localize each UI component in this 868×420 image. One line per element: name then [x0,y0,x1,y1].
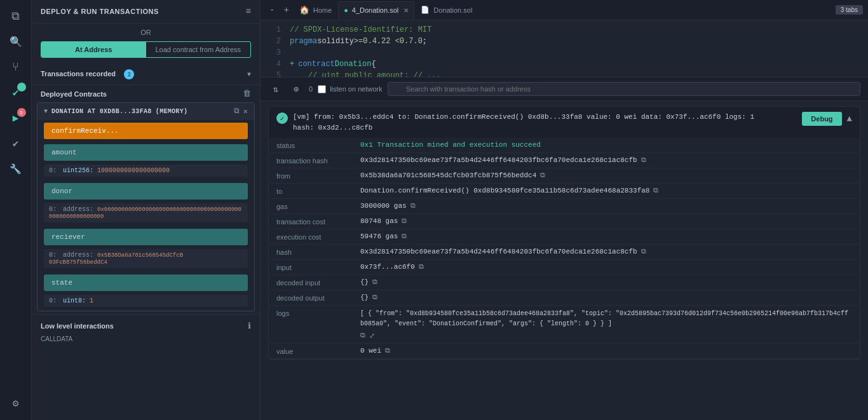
logs-actions: ⧉ ⤢ [360,332,375,340]
contract-instance-name: DONATION AT 0XD8B...33FA8 (MEMORY) [51,108,187,115]
decoded-output-val: {} ⧉ [360,294,852,301]
tx-row-gas: gas 3000000 gas ⧉ [269,199,860,214]
sidebar-icon-tools[interactable]: 🔧 [4,158,27,180]
copy-from-icon[interactable]: ⧉ [540,172,545,179]
logs-copy-icon[interactable]: ⧉ [360,332,365,340]
zoom-in-btn[interactable]: + [280,4,292,17]
panel-title: DEPLOY & RUN TRANSACTIONS [41,8,159,15]
listen-label-text: listen on network [330,85,383,93]
tx-details: status 0x1 Transaction mined and executi… [269,138,860,359]
amount-field-type: uint256: [63,167,97,174]
sidebar-icon-search[interactable]: 🔍 [4,30,27,53]
copy-to-icon[interactable]: ⧉ [653,187,658,194]
state-field-value: 1 [90,297,93,304]
btn-amount[interactable]: amount [44,144,248,161]
decoded-input-key: decoded input [276,278,353,287]
home-tab-label: Home [313,6,332,14]
status-key: status [276,141,353,149]
tab-load-contract[interactable]: Load contract from Address [146,42,251,57]
tx-row-input: input 0x73f...ac6f0 ⧉ [269,260,860,275]
btn-confirm-received[interactable]: confirmReceiv... [44,123,248,139]
zoom-out-btn[interactable]: - [266,4,278,17]
home-tab-icon: 🏠 [299,5,309,15]
transactions-recorded-section[interactable]: Transactions recorded 2 ▼ [32,64,260,85]
code-line-4: 4 + contract Donation { [261,58,868,70]
sidebar-icon-deploy[interactable]: ▶ 5 [4,107,27,130]
copy-exec-cost-icon[interactable]: ⧉ [402,233,407,240]
tx-row-status: status 0x1 Transaction mined and executi… [269,138,860,153]
donor-field-type: address: [63,206,97,213]
expand-icon[interactable]: + [290,58,294,70]
tx-log-area: ⇅ ⊕ 0 listen on network 🔍 ✓ [vm] from: 0… [261,78,868,420]
main-content: - + 🏠 Home ● 4_Donation.sol ✕ 📄 Donation… [261,0,868,420]
listen-on-network-label[interactable]: listen on network [318,85,383,93]
contract-instance-header[interactable]: ▼ DONATION AT 0XD8B...33FA8 (MEMORY) ⧉ ✕ [37,103,254,120]
listen-on-network-checkbox[interactable] [318,85,326,93]
donation-tab-label: 4_Donation.sol [352,6,398,14]
copy-contract-icon[interactable]: ⧉ [234,107,240,116]
sidebar-icon-files[interactable]: ⧉ [4,5,27,28]
hash2-key: hash [276,248,353,256]
calldata-label: CALLDATA [41,335,72,342]
close-contract-icon[interactable]: ✕ [243,107,248,116]
logs-expand-icon[interactable]: ⤢ [369,332,375,340]
donation2-tab-icon: 📄 [421,6,430,14]
address-tabs: At Address Load contract from Address [41,41,251,58]
code-line-2: 2 pragma solidity >=0.4.22 <0.7.0 ; [261,36,868,47]
copy-decoded-output-icon[interactable]: ⧉ [372,294,377,301]
gas-key: gas [276,202,353,210]
deployed-contracts-label: Deployed Contracts [41,90,107,98]
value-val: 0 wei ⧉ [360,347,852,355]
chevron-down-icon: ▼ [44,108,48,115]
tx-actions: Debug ▲ [802,112,852,126]
info-icon[interactable]: ℹ [248,321,251,331]
tab-donation-sol[interactable]: 📄 Donation.sol [416,1,477,19]
filter-btn[interactable]: ⊕ [288,81,304,97]
copy-decoded-input-icon[interactable]: ⧉ [372,278,377,286]
decoded-output-key: decoded output [276,294,353,302]
gas-val: 3000000 gas ⧉ [360,202,852,210]
decoded-input-val: {} ⧉ [360,278,852,286]
code-line-5: 5 // uint public amount; // ... [261,70,868,78]
trash-icon[interactable]: 🗑 [243,89,251,98]
copy-gas-icon[interactable]: ⧉ [410,202,416,210]
copy-input-icon[interactable]: ⧉ [419,263,424,271]
sidebar-icon-compile[interactable]: ✔ [4,81,27,104]
deployed-contracts-header: Deployed Contracts 🗑 [32,85,260,102]
sidebar-icon-settings[interactable]: ⚙ [4,392,27,415]
input-val: 0x73f...ac6f0 ⧉ [360,263,852,271]
reciever-field: 0: address: 0x5B38Da6a701c568545dCfcB03F… [44,249,248,268]
tab-4-donation-sol[interactable]: ● 4_Donation.sol ✕ [338,1,414,19]
tx-search-input[interactable] [388,82,860,96]
sidebar-icon-git[interactable]: ⑂ [4,56,27,79]
contract-instance-icons: ⧉ ✕ [234,107,248,116]
copy-value-icon[interactable]: ⧉ [385,347,390,355]
editor-tabs: - + 🏠 Home ● 4_Donation.sol ✕ 📄 Donation… [261,0,868,20]
tx-item-header: ✓ [vm] from: 0x5b3...eddc4 to: Donation.… [269,107,860,138]
donation-tab-close-icon[interactable]: ✕ [403,7,409,14]
hash2-val: 0x3d28147350bc69eae73f7a5b4d2446ff648420… [360,248,852,255]
tx-row-tx-cost: transaction cost 80748 gas ⧉ [269,214,860,229]
tx-row-decoded-input: decoded input {} ⧉ [269,275,860,290]
copy-tx-hash-icon[interactable]: ⧉ [641,156,646,164]
reciever-field-index: 0: [49,252,57,259]
tx-cost-val: 80748 gas ⧉ [360,217,852,225]
tx-row-logs: logs [ { "from": "0xd8b934580fce35a11b58… [269,306,860,344]
copy-tx-cost-icon[interactable]: ⧉ [402,217,407,225]
tx-row-value: value 0 wei ⧉ [269,344,860,359]
collapse-all-btn[interactable]: ⇅ [268,81,283,97]
collapse-tx-icon[interactable]: ▲ [847,114,852,124]
tx-hash-key: transaction hash [276,156,353,165]
low-level-title: Low level interactions [41,322,114,330]
tx-summary: [vm] from: 0x5b3...eddc4 to: Donation.co… [293,112,754,133]
btn-reciever[interactable]: reciever [44,229,248,245]
debug-btn[interactable]: Debug [802,112,841,126]
tab-at-address[interactable]: At Address [41,42,146,57]
deploy-header: DEPLOY & RUN TRANSACTIONS ≡ [32,0,260,24]
sidebar-icon-test[interactable]: ✔ [4,132,27,155]
copy-hash2-icon[interactable]: ⧉ [641,248,646,255]
btn-donor[interactable]: donor [44,183,248,200]
btn-state[interactable]: state [44,274,248,291]
tab-home[interactable]: 🏠 Home [294,1,337,19]
panel-menu-icon[interactable]: ≡ [246,6,251,17]
